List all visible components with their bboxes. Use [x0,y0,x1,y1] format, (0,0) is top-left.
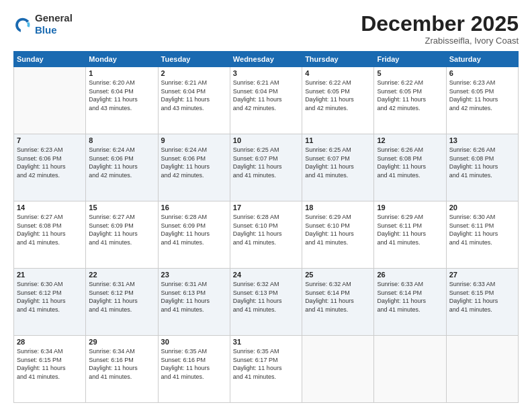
calendar-cell: 23Sunrise: 6:31 AMSunset: 6:13 PMDayligh… [158,269,230,336]
day-number: 8 [89,136,154,144]
calendar-cell [446,336,518,403]
day-info: Sunrise: 6:29 AMSunset: 6:11 PMDaylight:… [377,213,443,246]
day-number: 12 [377,136,443,144]
day-number: 23 [161,271,227,279]
logo-text: General Blue [35,12,73,36]
day-number: 9 [161,136,227,144]
calendar-cell: 24Sunrise: 6:32 AMSunset: 6:13 PMDayligh… [230,269,302,336]
calendar-cell [14,67,86,134]
calendar-cell: 19Sunrise: 6:29 AMSunset: 6:11 PMDayligh… [374,201,446,269]
day-info: Sunrise: 6:35 AMSunset: 6:16 PMDaylight:… [161,347,227,381]
calendar-cell: 22Sunrise: 6:31 AMSunset: 6:12 PMDayligh… [86,269,158,336]
weekday-friday: Friday [374,52,446,67]
calendar-cell: 26Sunrise: 6:33 AMSunset: 6:14 PMDayligh… [374,269,446,336]
calendar-cell: 25Sunrise: 6:32 AMSunset: 6:14 PMDayligh… [302,269,374,336]
day-info: Sunrise: 6:27 AMSunset: 6:09 PMDaylight:… [89,213,154,246]
day-info: Sunrise: 6:29 AMSunset: 6:10 PMDaylight:… [305,213,371,246]
day-info: Sunrise: 6:34 AMSunset: 6:16 PMDaylight:… [89,347,154,381]
calendar-cell: 18Sunrise: 6:29 AMSunset: 6:10 PMDayligh… [302,201,374,269]
day-number: 2 [161,69,227,77]
calendar-cell: 27Sunrise: 6:33 AMSunset: 6:15 PMDayligh… [446,269,518,336]
weekday-tuesday: Tuesday [158,52,230,67]
day-number: 24 [233,271,299,279]
day-number: 7 [17,136,83,144]
week-row-2: 7Sunrise: 6:23 AMSunset: 6:06 PMDaylight… [14,134,519,201]
day-number: 16 [161,203,227,212]
location-subtitle: Zrabisseifla, Ivory Coast [361,36,519,46]
calendar-cell: 31Sunrise: 6:35 AMSunset: 6:17 PMDayligh… [230,336,302,403]
calendar-cell: 9Sunrise: 6:24 AMSunset: 6:06 PMDaylight… [158,134,230,201]
day-number: 29 [89,338,154,346]
calendar-cell: 16Sunrise: 6:28 AMSunset: 6:09 PMDayligh… [158,201,230,269]
calendar-cell: 2Sunrise: 6:21 AMSunset: 6:04 PMDaylight… [158,67,230,134]
day-info: Sunrise: 6:23 AMSunset: 6:05 PMDaylight:… [449,79,515,112]
day-number: 3 [233,69,299,77]
day-number: 30 [161,338,227,346]
day-info: Sunrise: 6:27 AMSunset: 6:08 PMDaylight:… [17,213,83,246]
day-info: Sunrise: 6:21 AMSunset: 6:04 PMDaylight:… [233,79,299,112]
day-info: Sunrise: 6:30 AMSunset: 6:11 PMDaylight:… [449,213,515,246]
weekday-wednesday: Wednesday [230,52,302,67]
calendar-cell: 17Sunrise: 6:28 AMSunset: 6:10 PMDayligh… [230,201,302,269]
calendar-cell: 7Sunrise: 6:23 AMSunset: 6:06 PMDaylight… [14,134,86,201]
day-number: 11 [305,136,371,144]
calendar-cell: 5Sunrise: 6:22 AMSunset: 6:05 PMDaylight… [374,67,446,134]
day-number: 31 [233,338,299,346]
day-number: 18 [305,203,371,212]
day-number: 28 [17,338,83,346]
day-number: 26 [377,271,443,279]
week-row-5: 28Sunrise: 6:34 AMSunset: 6:15 PMDayligh… [14,336,519,403]
day-info: Sunrise: 6:25 AMSunset: 6:07 PMDaylight:… [305,146,371,179]
calendar-cell: 1Sunrise: 6:20 AMSunset: 6:04 PMDaylight… [86,67,158,134]
calendar-cell: 29Sunrise: 6:34 AMSunset: 6:16 PMDayligh… [86,336,158,403]
day-info: Sunrise: 6:26 AMSunset: 6:08 PMDaylight:… [377,146,443,179]
calendar-cell: 11Sunrise: 6:25 AMSunset: 6:07 PMDayligh… [302,134,374,201]
weekday-saturday: Saturday [446,52,518,67]
day-number: 5 [377,69,443,77]
day-number: 1 [89,69,154,77]
day-info: Sunrise: 6:24 AMSunset: 6:06 PMDaylight:… [89,146,154,179]
day-info: Sunrise: 6:31 AMSunset: 6:13 PMDaylight:… [161,280,227,314]
calendar-cell: 13Sunrise: 6:26 AMSunset: 6:08 PMDayligh… [446,134,518,201]
day-info: Sunrise: 6:30 AMSunset: 6:12 PMDaylight:… [17,280,83,314]
calendar-cell: 8Sunrise: 6:24 AMSunset: 6:06 PMDaylight… [86,134,158,201]
calendar-cell: 20Sunrise: 6:30 AMSunset: 6:11 PMDayligh… [446,201,518,269]
calendar-cell: 12Sunrise: 6:26 AMSunset: 6:08 PMDayligh… [374,134,446,201]
calendar-cell: 6Sunrise: 6:23 AMSunset: 6:05 PMDaylight… [446,67,518,134]
day-info: Sunrise: 6:33 AMSunset: 6:15 PMDaylight:… [449,280,515,314]
week-row-3: 14Sunrise: 6:27 AMSunset: 6:08 PMDayligh… [14,201,519,269]
day-info: Sunrise: 6:22 AMSunset: 6:05 PMDaylight:… [377,79,443,112]
week-row-1: 1Sunrise: 6:20 AMSunset: 6:04 PMDaylight… [14,67,519,134]
day-number: 6 [449,69,515,77]
week-row-4: 21Sunrise: 6:30 AMSunset: 6:12 PMDayligh… [14,269,519,336]
calendar-cell: 3Sunrise: 6:21 AMSunset: 6:04 PMDaylight… [230,67,302,134]
day-info: Sunrise: 6:22 AMSunset: 6:05 PMDaylight:… [305,79,371,112]
calendar-cell: 4Sunrise: 6:22 AMSunset: 6:05 PMDaylight… [302,67,374,134]
logo: General Blue [13,12,73,36]
day-number: 15 [89,203,154,212]
day-number: 27 [449,271,515,279]
weekday-monday: Monday [86,52,158,67]
day-number: 14 [17,203,83,212]
weekday-thursday: Thursday [302,52,374,67]
calendar-cell [374,336,446,403]
day-info: Sunrise: 6:35 AMSunset: 6:17 PMDaylight:… [233,347,299,381]
title-block: December 2025 Zrabisseifla, Ivory Coast [361,12,519,46]
day-number: 25 [305,271,371,279]
calendar-cell: 15Sunrise: 6:27 AMSunset: 6:09 PMDayligh… [86,201,158,269]
day-number: 4 [305,69,371,77]
day-number: 13 [449,136,515,144]
calendar-cell: 14Sunrise: 6:27 AMSunset: 6:08 PMDayligh… [14,201,86,269]
calendar-cell: 10Sunrise: 6:25 AMSunset: 6:07 PMDayligh… [230,134,302,201]
day-info: Sunrise: 6:32 AMSunset: 6:14 PMDaylight:… [305,280,371,314]
day-number: 10 [233,136,299,144]
page: General Blue December 2025 Zrabisseifla,… [0,0,532,411]
header: General Blue December 2025 Zrabisseifla,… [13,12,519,46]
day-number: 17 [233,203,299,212]
month-title: December 2025 [361,12,519,36]
calendar-cell: 28Sunrise: 6:34 AMSunset: 6:15 PMDayligh… [14,336,86,403]
calendar-cell: 21Sunrise: 6:30 AMSunset: 6:12 PMDayligh… [14,269,86,336]
day-info: Sunrise: 6:31 AMSunset: 6:12 PMDaylight:… [89,280,154,314]
day-info: Sunrise: 6:25 AMSunset: 6:07 PMDaylight:… [233,146,299,179]
day-info: Sunrise: 6:32 AMSunset: 6:13 PMDaylight:… [233,280,299,314]
